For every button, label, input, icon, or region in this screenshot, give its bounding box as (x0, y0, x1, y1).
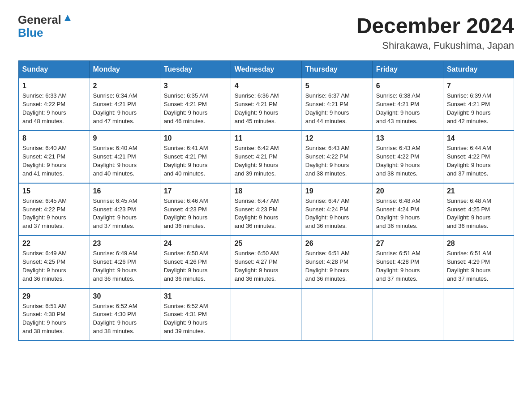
day-info: Sunrise: 6:51 AMSunset: 4:28 PMDaylight:… (305, 249, 369, 283)
day-info: Sunrise: 6:49 AMSunset: 4:26 PMDaylight:… (93, 249, 156, 283)
calendar-cell: 13Sunrise: 6:43 AMSunset: 4:22 PMDayligh… (372, 130, 443, 183)
day-number: 26 (305, 240, 369, 248)
calendar-cell: 28Sunrise: 6:51 AMSunset: 4:29 PMDayligh… (443, 235, 514, 288)
day-number: 24 (164, 240, 227, 248)
day-info: Sunrise: 6:43 AMSunset: 4:22 PMDaylight:… (376, 144, 439, 178)
logo-blue-text: Blue (18, 26, 43, 39)
day-info: Sunrise: 6:36 AMSunset: 4:21 PMDaylight:… (235, 92, 298, 125)
day-info: Sunrise: 6:52 AMSunset: 4:31 PMDaylight:… (164, 302, 227, 336)
calendar-cell: 5Sunrise: 6:37 AMSunset: 4:21 PMDaylight… (301, 78, 372, 131)
calendar-cell: 6Sunrise: 6:38 AMSunset: 4:21 PMDaylight… (372, 78, 443, 131)
day-info: Sunrise: 6:48 AMSunset: 4:24 PMDaylight:… (376, 197, 439, 231)
page-header: General Blue December 2024 Shirakawa, Fu… (18, 13, 514, 51)
calendar-cell: 20Sunrise: 6:48 AMSunset: 4:24 PMDayligh… (372, 183, 443, 235)
calendar-cell: 18Sunrise: 6:47 AMSunset: 4:23 PMDayligh… (231, 183, 301, 235)
day-number: 21 (447, 187, 510, 195)
header-tuesday: Tuesday (160, 61, 231, 78)
day-number: 16 (93, 187, 156, 195)
day-number: 31 (164, 292, 227, 300)
day-info: Sunrise: 6:51 AMSunset: 4:29 PMDaylight:… (447, 249, 510, 283)
calendar-cell: 19Sunrise: 6:47 AMSunset: 4:24 PMDayligh… (301, 183, 372, 235)
calendar-cell: 9Sunrise: 6:40 AMSunset: 4:21 PMDaylight… (89, 130, 160, 183)
day-number: 22 (22, 240, 86, 248)
day-info: Sunrise: 6:51 AMSunset: 4:30 PMDaylight:… (22, 302, 86, 336)
day-number: 4 (235, 82, 298, 90)
calendar-week-row: 1Sunrise: 6:33 AMSunset: 4:22 PMDaylight… (18, 78, 514, 131)
calendar-cell (443, 288, 514, 341)
day-number: 30 (93, 292, 156, 300)
svg-marker-0 (64, 15, 71, 21)
day-number: 14 (447, 134, 510, 142)
day-info: Sunrise: 6:47 AMSunset: 4:24 PMDaylight:… (305, 197, 369, 231)
calendar-cell: 3Sunrise: 6:35 AMSunset: 4:21 PMDaylight… (160, 78, 231, 131)
day-number: 29 (22, 292, 86, 300)
day-number: 12 (305, 134, 369, 142)
day-info: Sunrise: 6:50 AMSunset: 4:27 PMDaylight:… (235, 249, 298, 283)
calendar-cell: 27Sunrise: 6:51 AMSunset: 4:28 PMDayligh… (372, 235, 443, 288)
logo: General Blue (18, 13, 73, 39)
day-number: 7 (447, 82, 510, 90)
calendar-cell: 2Sunrise: 6:34 AMSunset: 4:21 PMDaylight… (89, 78, 160, 131)
day-number: 11 (235, 134, 298, 142)
calendar-cell: 7Sunrise: 6:39 AMSunset: 4:21 PMDaylight… (443, 78, 514, 131)
header-wednesday: Wednesday (231, 61, 301, 78)
day-info: Sunrise: 6:34 AMSunset: 4:21 PMDaylight:… (93, 92, 156, 125)
location-subtitle: Shirakawa, Fukushima, Japan (356, 40, 514, 51)
calendar-week-row: 22Sunrise: 6:49 AMSunset: 4:25 PMDayligh… (18, 235, 514, 288)
calendar-cell: 1Sunrise: 6:33 AMSunset: 4:22 PMDaylight… (18, 78, 89, 131)
day-number: 23 (93, 240, 156, 248)
day-number: 3 (164, 82, 227, 90)
day-info: Sunrise: 6:42 AMSunset: 4:21 PMDaylight:… (235, 144, 298, 178)
day-number: 27 (376, 240, 439, 248)
calendar-week-row: 29Sunrise: 6:51 AMSunset: 4:30 PMDayligh… (18, 288, 514, 341)
day-number: 10 (164, 134, 227, 142)
day-info: Sunrise: 6:41 AMSunset: 4:21 PMDaylight:… (164, 144, 227, 178)
day-number: 19 (305, 187, 369, 195)
day-number: 6 (376, 82, 439, 90)
calendar-cell: 22Sunrise: 6:49 AMSunset: 4:25 PMDayligh… (18, 235, 89, 288)
header-sunday: Sunday (18, 61, 89, 78)
calendar-cell: 21Sunrise: 6:48 AMSunset: 4:25 PMDayligh… (443, 183, 514, 235)
calendar-cell: 30Sunrise: 6:52 AMSunset: 4:30 PMDayligh… (89, 288, 160, 341)
day-info: Sunrise: 6:51 AMSunset: 4:28 PMDaylight:… (376, 249, 439, 283)
day-number: 2 (93, 82, 156, 90)
day-info: Sunrise: 6:37 AMSunset: 4:21 PMDaylight:… (305, 92, 369, 125)
day-info: Sunrise: 6:49 AMSunset: 4:25 PMDaylight:… (22, 249, 86, 283)
day-number: 18 (235, 187, 298, 195)
day-number: 5 (305, 82, 369, 90)
day-info: Sunrise: 6:38 AMSunset: 4:21 PMDaylight:… (376, 92, 439, 125)
day-info: Sunrise: 6:40 AMSunset: 4:21 PMDaylight:… (93, 144, 156, 178)
calendar-week-row: 15Sunrise: 6:45 AMSunset: 4:22 PMDayligh… (18, 183, 514, 235)
calendar-cell: 16Sunrise: 6:45 AMSunset: 4:23 PMDayligh… (89, 183, 160, 235)
calendar-cell: 25Sunrise: 6:50 AMSunset: 4:27 PMDayligh… (231, 235, 301, 288)
day-info: Sunrise: 6:47 AMSunset: 4:23 PMDaylight:… (235, 197, 298, 231)
calendar-cell: 12Sunrise: 6:43 AMSunset: 4:22 PMDayligh… (301, 130, 372, 183)
calendar-table: SundayMondayTuesdayWednesdayThursdayFrid… (18, 60, 514, 341)
day-info: Sunrise: 6:52 AMSunset: 4:30 PMDaylight:… (93, 302, 156, 336)
day-number: 8 (22, 134, 86, 142)
day-info: Sunrise: 6:43 AMSunset: 4:22 PMDaylight:… (305, 144, 369, 178)
day-info: Sunrise: 6:46 AMSunset: 4:23 PMDaylight:… (164, 197, 227, 231)
calendar-cell: 11Sunrise: 6:42 AMSunset: 4:21 PMDayligh… (231, 130, 301, 183)
calendar-cell (231, 288, 301, 341)
calendar-cell: 10Sunrise: 6:41 AMSunset: 4:21 PMDayligh… (160, 130, 231, 183)
day-info: Sunrise: 6:39 AMSunset: 4:21 PMDaylight:… (447, 92, 510, 125)
calendar-cell (372, 288, 443, 341)
header-thursday: Thursday (301, 61, 372, 78)
calendar-week-row: 8Sunrise: 6:40 AMSunset: 4:21 PMDaylight… (18, 130, 514, 183)
day-info: Sunrise: 6:33 AMSunset: 4:22 PMDaylight:… (22, 92, 86, 125)
day-number: 9 (93, 134, 156, 142)
day-info: Sunrise: 6:40 AMSunset: 4:21 PMDaylight:… (22, 144, 86, 178)
logo-general-text: General (18, 13, 61, 26)
day-number: 20 (376, 187, 439, 195)
day-number: 13 (376, 134, 439, 142)
calendar-cell: 4Sunrise: 6:36 AMSunset: 4:21 PMDaylight… (231, 78, 301, 131)
day-number: 17 (164, 187, 227, 195)
calendar-cell (301, 288, 372, 341)
calendar-header-row: SundayMondayTuesdayWednesdayThursdayFrid… (18, 61, 514, 78)
month-year-title: December 2024 (356, 13, 514, 38)
calendar-cell: 17Sunrise: 6:46 AMSunset: 4:23 PMDayligh… (160, 183, 231, 235)
day-number: 1 (22, 82, 86, 90)
header-monday: Monday (89, 61, 160, 78)
calendar-cell: 26Sunrise: 6:51 AMSunset: 4:28 PMDayligh… (301, 235, 372, 288)
